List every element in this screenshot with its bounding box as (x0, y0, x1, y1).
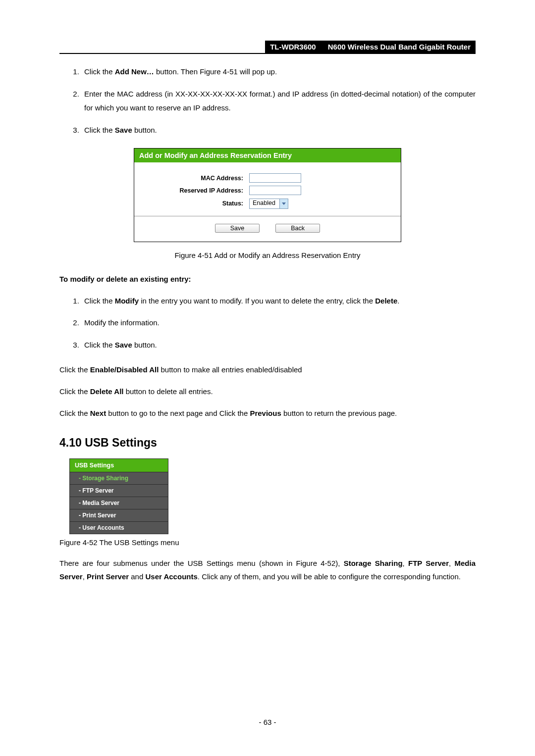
menu-item-print-server[interactable]: - Print Server (69, 509, 168, 522)
figure-452-caption: Figure 4-52 The USB Settings menu (59, 538, 476, 547)
status-select[interactable]: Enabled (249, 199, 288, 209)
menu-item-media-server[interactable]: - Media Server (69, 497, 168, 509)
steps-modify: Click the Modify in the entry you want t… (59, 294, 476, 353)
product-label: N600 Wireless Dual Band Gigabit Router (321, 41, 476, 53)
model-label: TL-WDR3600 (265, 41, 321, 53)
menu-item-storage-sharing[interactable]: - Storage Sharing (69, 472, 168, 485)
label-mac: MAC Address: (134, 175, 249, 182)
modify-step-3: Click the Save button. (81, 338, 476, 353)
paragraph-enable-all: Click the Enable/Disabled All button to … (59, 363, 476, 377)
modify-heading: To modify or delete an existing entry: (59, 272, 476, 286)
back-button[interactable]: Back (275, 224, 320, 233)
figure-452-menu: USB Settings - Storage Sharing - FTP Ser… (69, 458, 168, 534)
page-number: - 63 - (0, 718, 535, 726)
label-ip: Reserved IP Address: (134, 187, 249, 194)
step-2: Enter the MAC address (in XX-XX-XX-XX-XX… (81, 87, 476, 115)
label-status: Status: (134, 200, 249, 207)
menu-header: USB Settings (69, 458, 168, 472)
paragraph-delete-all: Click the Delete All button to delete al… (59, 385, 476, 399)
status-value: Enabled (250, 199, 279, 208)
modify-step-2: Modify the information. (81, 316, 476, 330)
section-heading-usb: 4.10 USB Settings (59, 436, 476, 450)
step-3: Click the Save button. (81, 123, 476, 138)
save-button[interactable]: Save (215, 224, 260, 233)
step-1: Click the Add New… button. Then Figure 4… (81, 65, 476, 79)
figure-451: Add or Modify an Address Reservation Ent… (134, 148, 401, 242)
menu-item-ftp-server[interactable]: - FTP Server (69, 485, 168, 497)
figure-451-caption: Figure 4-51 Add or Modify an Address Res… (59, 251, 476, 259)
modify-step-1: Click the Modify in the entry you want t… (81, 294, 476, 308)
steps-add-new: Click the Add New… button. Then Figure 4… (59, 65, 476, 137)
paragraph-next-previous: Click the Next button to go to the next … (59, 406, 476, 420)
figure-451-title: Add or Modify an Address Reservation Ent… (134, 149, 401, 162)
page-header: TL-WDR3600 N600 Wireless Dual Band Gigab… (59, 41, 476, 54)
chevron-down-icon (279, 199, 288, 208)
menu-item-user-accounts[interactable]: - User Accounts (69, 522, 168, 534)
paragraph-usb-desc: There are four submenus under the USB Se… (59, 556, 476, 584)
mac-address-input[interactable] (249, 173, 301, 183)
reserved-ip-input[interactable] (249, 186, 301, 195)
